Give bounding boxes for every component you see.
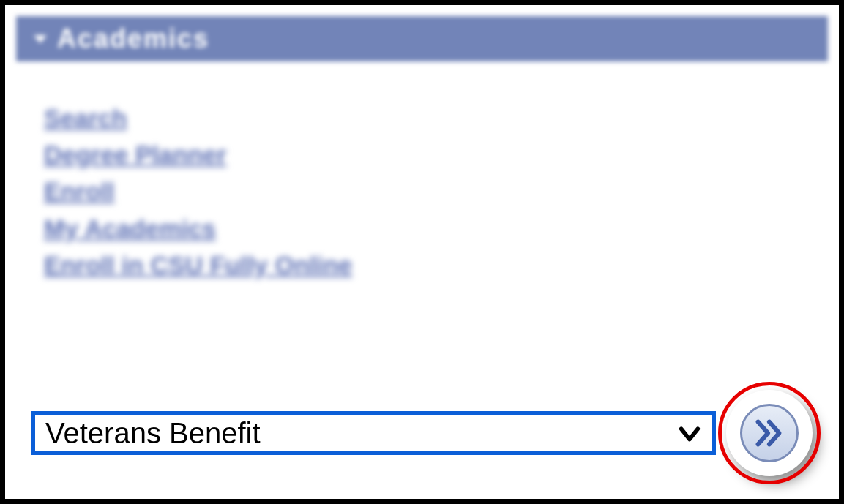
link-search[interactable]: Search [44, 102, 127, 134]
link-enroll-csu-online[interactable]: Enroll in CSU Fully Online [44, 249, 352, 281]
academics-panel: Academics Search Degree Planner Enroll M… [0, 0, 844, 504]
link-my-academics[interactable]: My Academics [44, 212, 216, 244]
other-academic-dropdown[interactable]: Veterans Benefit [31, 411, 716, 455]
go-button[interactable] [740, 404, 799, 462]
link-degree-planner[interactable]: Degree Planner [44, 138, 226, 170]
section-header[interactable]: Academics [16, 16, 828, 61]
go-button-highlight [714, 378, 824, 488]
dropdown-row: Veterans Benefit [31, 378, 824, 488]
chevron-down-icon [677, 421, 702, 445]
section-title: Academics [57, 23, 209, 54]
links-list: Search Degree Planner Enroll My Academic… [16, 61, 828, 281]
collapse-down-icon [34, 35, 47, 43]
double-chevron-right-icon [752, 416, 786, 450]
link-enroll[interactable]: Enroll [44, 175, 114, 207]
dropdown-selected-value: Veterans Benefit [45, 417, 677, 450]
